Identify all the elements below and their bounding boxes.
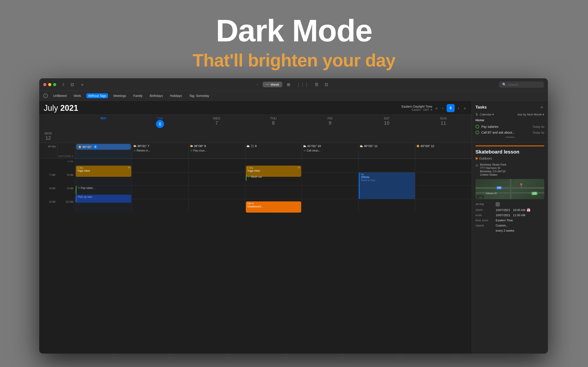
filter-family[interactable]: Family	[131, 93, 144, 98]
map-preview[interactable]: 580 📍 123 Gilman St Legal	[476, 179, 544, 199]
filter-tag-someday[interactable]: Tag: Someday	[187, 93, 211, 98]
cell-9-thu[interactable]	[189, 199, 245, 212]
filter-without-tags[interactable]: Without Tags	[86, 93, 108, 98]
cell-9-sun[interactable]	[358, 199, 415, 212]
allday-value	[496, 202, 500, 206]
ends-time[interactable]: 11:00 AM	[513, 214, 525, 217]
task-check-2[interactable]	[476, 131, 479, 134]
timezone-value[interactable]: Eastern Time	[496, 219, 513, 222]
ends-date[interactable]: 10/07/2021	[496, 214, 510, 217]
cell-9-fri[interactable]: 10a ⟳ Skateboard...	[245, 199, 302, 212]
event-pickup[interactable]: Pick up stat...	[76, 195, 131, 203]
filter-birthdays[interactable]: Birthdays	[148, 93, 164, 98]
loc-line-2: 777 Harrison St	[480, 166, 506, 170]
nav-forward-forward[interactable]: »	[462, 105, 467, 111]
cell-8-mon[interactable]	[415, 185, 472, 199]
weather-sun: ⛅ 40°/31° 11	[359, 144, 414, 148]
cell-6-wed[interactable]	[132, 159, 189, 172]
ends-value: 10/07/2021 11:00 AM	[496, 214, 525, 217]
starts-time[interactable]: 10:00 AM	[513, 208, 525, 212]
cell-9-mon[interactable]	[415, 199, 472, 212]
close-button[interactable]	[43, 83, 46, 86]
day-headers: W27 TUE 6 WED 7 THU 8 FRI 9	[39, 115, 472, 143]
starts-cal-icon[interactable]: 📅	[527, 208, 530, 212]
minimize-button[interactable]	[48, 83, 51, 86]
panel-icon[interactable]: ⊡	[323, 81, 330, 88]
week-view-button[interactable]: ••• Week	[263, 82, 282, 87]
event-wash-car[interactable]: ⟳ Wash car	[246, 175, 301, 181]
cell-9-wed[interactable]	[132, 199, 189, 212]
cell-7-sat[interactable]	[302, 172, 358, 185]
event-skateboard-grid[interactable]: 10a ⟳ Skateboard...	[246, 201, 301, 213]
moon-icon[interactable]: ☽	[59, 81, 66, 88]
cell-7-thu[interactable]	[189, 172, 245, 185]
filter-meetings[interactable]: Meetings	[112, 93, 128, 98]
detail-repeat-freq-row: every 2 weeks	[476, 229, 544, 232]
cell-8-tue[interactable]: ⟳ Pay salari... Pick up stat...	[75, 185, 132, 199]
cell-6-tue[interactable]: 6:30a ⟳ Yoga class	[75, 159, 132, 172]
month-grid-icon[interactable]: ⊞	[285, 81, 292, 88]
detail-repeat-row: repeat Custom...	[476, 224, 544, 227]
cell-6-thu[interactable]	[189, 159, 245, 172]
traffic-lights	[43, 83, 56, 86]
filter-work[interactable]: Work	[72, 93, 83, 98]
filter-unfiltered[interactable]: Unfiltered	[51, 93, 68, 98]
cell-8-wed[interactable]	[132, 185, 189, 199]
maximize-button[interactable]	[53, 83, 56, 86]
time-9am-l: 9 AM	[39, 199, 57, 212]
list-icon[interactable]: ☰	[313, 81, 320, 88]
cell-9-sat[interactable]	[302, 199, 358, 212]
event-renew[interactable]: ⟳ Renew m...	[133, 149, 188, 153]
task-check-1[interactable]	[476, 125, 479, 128]
filter-minus-icon[interactable]: −	[43, 93, 48, 98]
hero-subtitle: That'll brighten your day	[0, 50, 588, 71]
calendar-nav: Eastern Daylight Time Eastern · GMT -4 «…	[402, 104, 467, 112]
cell-6-sat[interactable]	[302, 159, 358, 172]
filter-holidays[interactable]: Holidays	[168, 93, 184, 98]
event-pay-county[interactable]: ⟳ Pay coun...	[190, 149, 244, 153]
nav-back-back[interactable]: «	[434, 105, 439, 111]
cell-8-fri[interactable]	[245, 185, 302, 199]
cell-7-sun[interactable]: 8a Offsite Need to stop...	[358, 172, 415, 185]
event-offsite[interactable]: 8a Offsite Need to stop...	[359, 172, 415, 199]
tasks-sort-icon[interactable]: ⇅	[476, 113, 478, 116]
repeat-label: repeat	[476, 224, 496, 227]
time-7am-r: 8 AM	[57, 172, 75, 185]
allday-sat: ⛅ 41°/31° 10 ⟳ Call clean...	[302, 143, 358, 158]
week-label: Week	[271, 83, 279, 86]
grid-icon[interactable]: ⋮⋮⋮	[295, 81, 310, 88]
cell-6-fri[interactable]: 6:30a ⟳ Yoga class	[245, 159, 302, 172]
cell-6-sun[interactable]	[358, 159, 415, 172]
tasks-calendar-dropdown[interactable]: Calendar ▾	[480, 113, 494, 116]
ends-label: ends	[476, 214, 496, 217]
tasks-due-dropdown[interactable]: due by Next Month ▾	[517, 113, 544, 116]
day-header-sat: SAT 10	[358, 115, 415, 130]
time-grid[interactable]: 6 AM 6:30a ⟳ Yoga class 6:30a ⟳	[39, 159, 472, 354]
allday-checkbox[interactable]	[496, 202, 500, 206]
search-box[interactable]: 🔍 Search	[499, 82, 544, 88]
nav-back[interactable]: ‹	[441, 105, 445, 111]
event-pay-salaries[interactable]: ⟳ Pay salari...	[76, 186, 131, 195]
tasks-add-button[interactable]: ＋	[539, 104, 544, 110]
task-item-pay-salaries[interactable]: Pay salaries Today 9a	[476, 124, 544, 130]
starts-date[interactable]: 10/07/2021	[496, 208, 510, 212]
location-text: Berkeley Skate Park 777 Harrison St Berk…	[480, 163, 506, 176]
allday-row: all-day GMT-5 GMT-4 ☀️ 39°/32° 6 🌤️ 39°/…	[39, 143, 472, 159]
gmt-header-2	[57, 115, 75, 130]
cell-7-mon[interactable]	[415, 172, 472, 185]
cell-7-wed[interactable]	[132, 172, 189, 185]
task-item-call-bt[interactable]: Call BT and ask about... Today 5p	[476, 130, 544, 135]
repeat-value[interactable]: Custom...	[496, 224, 508, 227]
sidebar-toggle-icon[interactable]: ⊡	[69, 81, 76, 88]
map-inner: 580 📍 123 Gilman St Legal	[476, 179, 544, 199]
cell-8-sat[interactable]	[302, 185, 358, 199]
event-call-clean[interactable]: ⟳ Call clean...	[303, 149, 357, 153]
event-yoga-tue[interactable]: 6:30a ⟳ Yoga class	[76, 166, 131, 177]
cell-6-mon[interactable]	[415, 159, 472, 172]
today-button[interactable]: 6	[447, 104, 455, 112]
cell-8-thu[interactable]	[189, 185, 245, 199]
weather-tue: ☀️ 39°/32° 6	[76, 144, 131, 150]
day-header-wed: WED 7	[189, 115, 245, 130]
nav-forward[interactable]: ›	[457, 105, 460, 111]
add-event-icon[interactable]: ＋	[78, 81, 86, 88]
